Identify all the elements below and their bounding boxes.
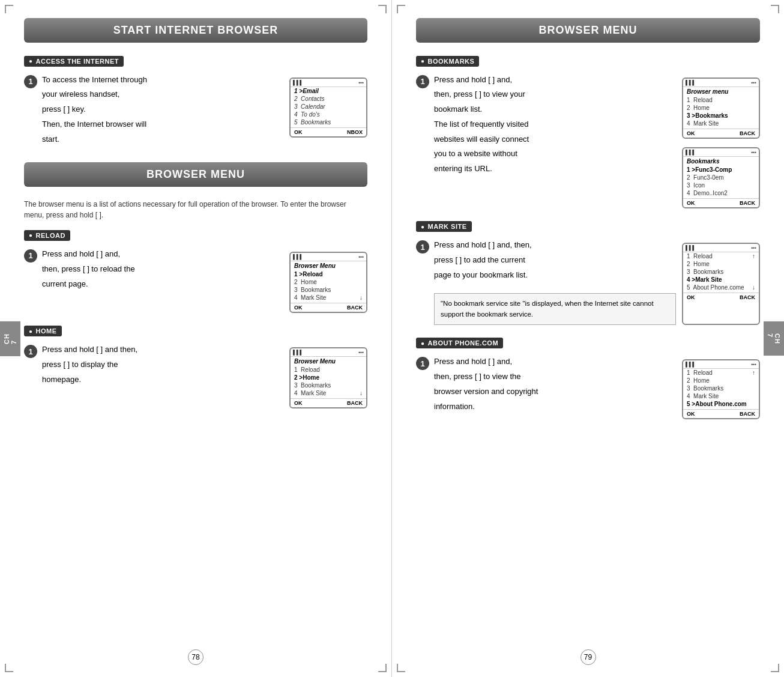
- menu-item-5: 5 Bookmarks: [291, 118, 366, 126]
- signal: ▌▌▌: [293, 80, 303, 85]
- right-header: BROWSER MENU: [416, 18, 760, 43]
- about-item2: 2 Home: [683, 377, 759, 384]
- access-line5: start.: [42, 133, 282, 146]
- menu-item-2: 2 Contacts: [291, 95, 366, 103]
- menu-item-3: 3 Calendar: [291, 103, 366, 111]
- menu-item-4: 4 To do's: [291, 111, 366, 118]
- phone-status-mark: ▌▌▌ ▪▪▪: [683, 244, 759, 252]
- home-label: HOME: [24, 326, 62, 336]
- about-step-num: 1: [416, 357, 429, 370]
- ap-line2: then, press [ ] to view the: [434, 371, 676, 383]
- about-phone-section: 1 Press and hold [ ] and, then, press [ …: [416, 356, 760, 419]
- reload-line2: then, press [ ] to reload the: [42, 263, 282, 276]
- battery: ▪▪▪: [358, 80, 364, 85]
- page-number-left: 78: [188, 649, 204, 665]
- mark-step-num: 1: [416, 240, 429, 253]
- menu-home-3: 3 Bookmarks: [291, 381, 366, 389]
- reload-line1: Press and hold [ ] and,: [42, 248, 282, 261]
- bookmarks-label: BOOKMARKS: [416, 56, 479, 67]
- menu-reload-2: 2 Home: [291, 278, 366, 286]
- phone-footer: OK NBOX: [291, 127, 366, 136]
- reload-content: Press and hold [ ] and, then, press [ ] …: [42, 248, 282, 293]
- menu-home-4: 4 Mark Site ↓: [291, 389, 366, 397]
- signal: ▌▌▌: [686, 150, 696, 155]
- about-phone-label: ABOUT PHONE.COM: [416, 338, 503, 348]
- bk1-item2: 2 Home: [683, 104, 759, 112]
- phone-footer-bk2: OK BACK: [683, 198, 759, 207]
- access-line2: your wireless handset,: [42, 88, 282, 101]
- bookmarks-section: 1 Press and hold [ ] and, then, press [ …: [416, 74, 760, 208]
- mark-site-note: "No bookmark service site "is displayed,…: [434, 293, 676, 325]
- footer-ok: OK: [294, 129, 303, 135]
- bk-line7: entering its URL.: [434, 163, 676, 175]
- ms-line3: page to your bookmark list.: [434, 269, 676, 282]
- battery: ▪▪▪: [751, 245, 756, 250]
- mark-text: Press and hold [ ] and, then, press [ ] …: [434, 239, 676, 284]
- mark-item5: 5 About Phone.come↓: [683, 284, 759, 291]
- home-line2: press [ ] to display the: [42, 359, 282, 371]
- corner-bl-r: [397, 664, 405, 672]
- phone-title-reload: Browser Menu: [291, 261, 366, 270]
- chapter-label-left: CH7: [0, 321, 20, 356]
- corner-br: [378, 664, 387, 672]
- bookmarks-step-content: 1 Press and hold [ ] and, then, press [ …: [416, 74, 676, 208]
- menu-reload-1: 1 >Reload: [291, 270, 366, 278]
- menu-item-1: 1 >Email: [291, 87, 366, 95]
- phone-mockup-mark: ▌▌▌ ▪▪▪ 1 Reload ↑ 2 Home 3 Bookmarks 4 …: [682, 243, 760, 325]
- about-item4: 4 Mark Site: [683, 392, 759, 400]
- bookmarks-text: Press and hold [ ] and, then, press [ ] …: [434, 74, 676, 208]
- corner-tr: [378, 5, 387, 13]
- signal: ▌▌▌: [293, 254, 303, 260]
- footer-nbox: NBOX: [347, 129, 363, 135]
- mark-item1: 1 Reload ↑: [683, 252, 759, 260]
- page-left: START INTERNET BROWSER ACCESS THE INTERN…: [0, 0, 392, 677]
- bk1-item4: 4 Mark Site: [683, 120, 759, 127]
- phone-footer-mark: OK BACK: [683, 293, 759, 302]
- signal: ▌▌▌: [686, 362, 696, 367]
- bk1-item1: 1 Reload: [683, 96, 759, 104]
- ap-line4: information.: [434, 401, 676, 413]
- corner-tl-r: [397, 5, 405, 13]
- phone-status-bk2: ▌▌▌ ▪▪▪: [683, 148, 759, 157]
- corner-br-r: [771, 664, 779, 672]
- about-text: Press and hold [ ] and, then, press [ ] …: [434, 356, 676, 419]
- battery: ▪▪▪: [751, 150, 756, 155]
- left-header: START INTERNET BROWSER: [24, 18, 367, 43]
- ms-line2: press [ ] to add the current: [434, 254, 676, 267]
- signal: ▌▌▌: [293, 350, 303, 355]
- ms-line1: Press and hold [ ] and, then,: [434, 239, 676, 252]
- bk2-item2: 2 Func3-0em: [683, 174, 759, 181]
- footer-back: BACK: [347, 400, 363, 406]
- footer-ok: OK: [294, 305, 303, 311]
- mark-site-row: 1 Press and hold [ ] and, then, press [ …: [416, 239, 676, 284]
- reload-step-num: 1: [24, 249, 37, 263]
- phone-mockup-bk1: ▌▌▌ ▪▪▪ Browser menu 1 Reload 2 Home 3 >…: [682, 77, 760, 139]
- page-right: BROWSER MENU BOOKMARKS 1 Press and hold …: [392, 0, 784, 677]
- home-line3: homepage.: [42, 374, 282, 386]
- home-step-num: 1: [24, 345, 37, 358]
- footer-back: BACK: [347, 305, 363, 311]
- access-step-content: To access the Internet through your wire…: [42, 74, 282, 148]
- about-item3: 3 Bookmarks: [683, 384, 759, 392]
- corner-tl: [5, 5, 13, 13]
- phone-footer-about: OK BACK: [683, 409, 759, 418]
- phone-mockup-home: ▌▌▌ ▪▪▪ Browser Menu 1 Reload 2 >Home 3 …: [289, 347, 367, 408]
- reload-label: RELOAD: [24, 230, 70, 241]
- mark-site-section: 1 Press and hold [ ] and, then, press [ …: [416, 239, 760, 325]
- menu-reload-4: 4 Mark Site ↓: [291, 294, 366, 302]
- home-step: 1 Press and hold [ ] and then, press [ ]…: [24, 344, 367, 408]
- phone-status-bk1: ▌▌▌ ▪▪▪: [683, 79, 759, 87]
- menu-reload-3: 3 Bookmarks: [291, 286, 366, 294]
- bk-line5: websites will easily connect: [434, 133, 676, 146]
- bk1-item3: 3 >Bookmarks: [683, 112, 759, 120]
- menu-home-2: 2 >Home: [291, 374, 366, 381]
- about-item1: 1 Reload ↑: [683, 369, 759, 377]
- browser-menu-desc: The browser menu is a list of actions ne…: [24, 199, 367, 220]
- bk-line4: The list of frequently visited: [434, 118, 676, 131]
- chapter-label-right: CH7: [764, 321, 784, 356]
- reload-line3: current page.: [42, 278, 282, 291]
- bk-line3: bookmark list.: [434, 103, 676, 116]
- access-line3: press [ ] key.: [42, 103, 282, 116]
- bk-line1: Press and hold [ ] and,: [434, 74, 676, 87]
- phone-title-home: Browser Menu: [291, 357, 366, 366]
